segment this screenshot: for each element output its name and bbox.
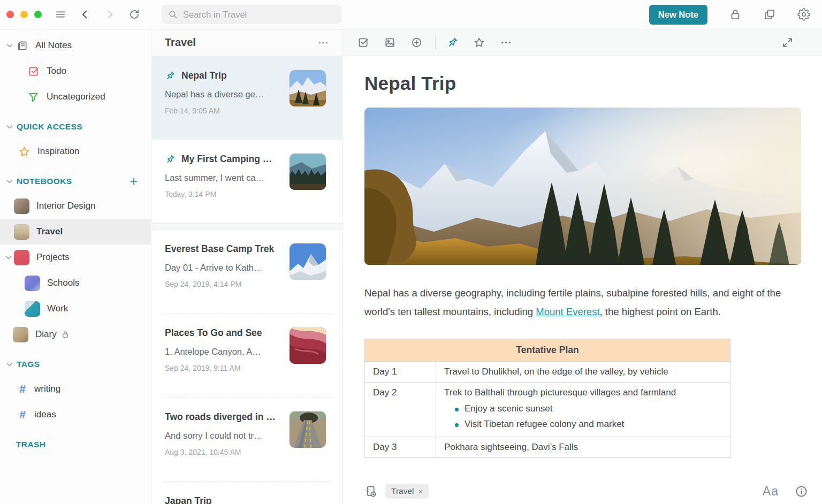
hash-icon: # <box>17 383 28 395</box>
note-snippet: Last summer, I went ca… <box>165 173 278 183</box>
sidebar-notebook-travel[interactable]: Travel <box>0 219 151 245</box>
chevron-down-icon[interactable] <box>5 122 14 132</box>
sidebar-tag-ideas[interactable]: # ideas <box>0 402 151 427</box>
info-icon[interactable] <box>795 485 808 498</box>
sidebar-item-all-notes[interactable]: All Notes <box>0 33 151 58</box>
lock-icon[interactable] <box>729 8 742 21</box>
note-title: My First Camping … <box>181 154 272 165</box>
editor-content[interactable]: Nepal Trip <box>343 56 822 478</box>
sidebar-item-label: ideas <box>34 409 56 420</box>
note-item-places-to-go[interactable]: Places To Go and See 1. Antelope Canyon,… <box>152 314 342 397</box>
more-options-icon[interactable] <box>500 36 512 49</box>
pin-icon <box>165 71 176 81</box>
section-notebooks[interactable]: NOTEBOOKS <box>0 170 151 193</box>
notes-stack-icon <box>16 40 28 52</box>
note-list-panel: Travel Nepal Trip Nepal has a diverse ge… <box>152 29 342 504</box>
note-date: Sep 24, 2019, 9:11 AM <box>165 364 278 372</box>
hamburger-menu-icon[interactable] <box>55 9 66 20</box>
close-window-button[interactable] <box>6 11 14 18</box>
forward-button[interactable] <box>104 9 116 20</box>
more-options-icon[interactable] <box>317 37 329 49</box>
sidebar-notebook-interior-design[interactable]: Interior Design <box>0 193 151 219</box>
note-item-two-roads[interactable]: Two roads diverged in … And sorry I coul… <box>152 398 342 481</box>
checkbox-icon[interactable] <box>357 36 369 49</box>
note-item-nepal-trip[interactable]: Nepal Trip Nepal has a diverse ge… Feb 1… <box>152 56 342 140</box>
search-icon <box>168 10 178 19</box>
section-label: NOTEBOOKS <box>17 177 72 186</box>
editor-panel: Nepal Trip <box>343 29 822 504</box>
section-label: QUICK ACCESS <box>17 122 82 132</box>
chevron-down-icon[interactable] <box>5 360 14 369</box>
sidebar-item-label: Schools <box>47 278 79 288</box>
search-input[interactable] <box>183 10 328 20</box>
close-icon[interactable]: × <box>418 487 423 496</box>
hero-image[interactable] <box>364 108 801 265</box>
zoom-window-button[interactable] <box>34 11 42 18</box>
chevron-down-icon[interactable] <box>5 177 14 186</box>
mount-everest-link[interactable]: Mount Everest <box>536 306 599 317</box>
day-cell[interactable]: Day 1 <box>365 362 436 383</box>
editor-toolbar <box>343 29 822 56</box>
sidebar-item-label: Inspiration <box>37 146 79 157</box>
note-date: Feb 14, 9:05 AM <box>165 106 278 115</box>
refresh-button[interactable] <box>128 9 140 20</box>
tag-chip-travel[interactable]: Travel × <box>385 484 429 499</box>
sidebar-item-todo[interactable]: Todo <box>0 58 151 84</box>
plan-cell[interactable]: Pokhara sightseeing, Davi’s Falls <box>436 437 730 458</box>
expand-icon[interactable] <box>781 36 794 49</box>
note-item-everest-base-camp[interactable]: Everest Base Camp Trek Day 01 - Arrive t… <box>152 230 342 313</box>
sidebar-notebook-projects[interactable]: Projects <box>0 245 151 270</box>
sidebar-item-trash[interactable]: TRASH <box>0 433 151 456</box>
sidebar: All Notes Todo Uncategorized QUICK ACCES… <box>0 29 151 504</box>
note-item-japan-trip[interactable]: Japan Trip <box>152 482 342 504</box>
bullet-item: Enjoy a scenic sunset <box>452 403 722 414</box>
insert-plus-icon[interactable] <box>410 36 423 49</box>
sidebar-item-inspiration[interactable]: Inspiration <box>0 139 151 164</box>
tentative-plan-table[interactable]: Tentative Plan Day 1 Travel to Dhulikhel… <box>364 339 730 458</box>
note-date: Sep 24, 2019, 4:14 PM <box>165 280 278 288</box>
plan-cell[interactable]: Trek to Balthali through picturesque vil… <box>436 383 730 437</box>
sidebar-item-uncategorized[interactable]: Uncategorized <box>0 84 151 110</box>
note-paragraph[interactable]: Nepal has a diverse geography, including… <box>364 284 800 321</box>
note-thumbnail <box>290 70 326 106</box>
insert-image-icon[interactable] <box>384 36 396 49</box>
table-header: Tentative Plan <box>365 339 730 362</box>
note-snippet: And sorry I could not tr… <box>165 431 278 441</box>
plan-cell[interactable]: Travel to Dhulikhel, on the edge of the … <box>436 362 730 383</box>
chevron-down-icon[interactable] <box>4 253 13 262</box>
note-page-title[interactable]: Nepal Trip <box>364 73 801 94</box>
window-controls <box>6 11 42 18</box>
notebook-thumbnail <box>25 276 40 291</box>
add-notebook-icon[interactable] <box>128 176 139 187</box>
day-cell[interactable]: Day 2 <box>365 383 436 437</box>
notebook-thumbnail <box>14 224 29 240</box>
section-tags[interactable]: TAGS <box>0 353 151 376</box>
pin-note-icon[interactable] <box>446 36 459 49</box>
sidebar-notebook-schools[interactable]: Schools <box>0 270 151 296</box>
note-item-my-first-camping[interactable]: My First Camping … Last summer, I went c… <box>152 140 342 223</box>
tag-chip-label: Travel <box>391 486 414 496</box>
sidebar-notebook-work[interactable]: Work <box>0 296 151 322</box>
new-note-button[interactable]: New Note <box>649 5 707 25</box>
note-title: Everest Base Camp Trek <box>165 243 274 255</box>
sidebar-tag-writing[interactable]: # writing <box>0 376 151 402</box>
star-note-icon[interactable] <box>473 36 485 49</box>
chevron-down-icon[interactable] <box>5 41 14 50</box>
back-button[interactable] <box>79 9 91 20</box>
search-box[interactable] <box>162 5 341 24</box>
sidebar-item-label: writing <box>34 384 60 394</box>
table-row: Day 1 Travel to Dhulikhel, on the edge o… <box>365 362 730 383</box>
section-quick-access[interactable]: QUICK ACCESS <box>0 115 151 139</box>
sidebar-notebook-diary[interactable]: Diary <box>0 322 151 347</box>
windows-icon[interactable] <box>763 8 776 21</box>
settings-gear-icon[interactable] <box>797 8 810 21</box>
add-to-notebook-icon[interactable] <box>364 485 378 498</box>
minimize-window-button[interactable] <box>20 11 28 18</box>
text-format-button[interactable]: Aa <box>763 484 779 499</box>
lock-icon <box>61 330 70 339</box>
note-thumbnail <box>290 411 326 448</box>
note-date: Today, 3:14 PM <box>165 190 278 198</box>
note-thumbnail <box>290 327 326 364</box>
day-cell[interactable]: Day 3 <box>365 437 436 458</box>
plan-bullet-list: Enjoy a scenic sunset Visit Tibetan refu… <box>444 403 722 430</box>
